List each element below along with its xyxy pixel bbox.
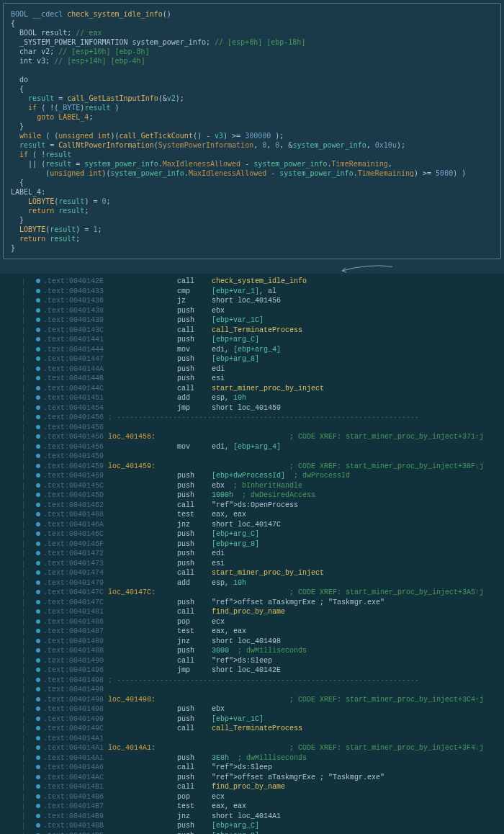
asm-line[interactable]: │.text:004014B7 test eax, eax — [22, 802, 504, 812]
asm-line[interactable]: │.text:0040144A push edi — [22, 364, 504, 375]
asm-line[interactable]: │.text:004014A6 call "ref">ds:Sleep — [22, 763, 504, 773]
asm-line[interactable]: │.text:00401444 mov edi, [ebp+arg_4] — [22, 345, 504, 355]
asm-line[interactable]: │.text:0040143C call call_TerminateProce… — [22, 326, 504, 336]
asm-line[interactable]: │.text:00401487 test eax, eax — [22, 627, 504, 637]
decompiled-code-panel: BOOL __cdecl check_system_idle_info() { … — [3, 3, 501, 259]
asm-line[interactable]: │.text:0040146F push [ebp+arg_8] — [22, 539, 504, 550]
asm-line[interactable]: │.text:00401441 push [ebp+arg_C] — [22, 335, 504, 345]
asm-line[interactable]: │.text:00401498 — [22, 685, 504, 695]
asm-line[interactable]: │.text:004014B9 jnz short loc_4014A1 — [22, 812, 504, 822]
disassembly-panel[interactable]: │.text:0040142E call check_system_idle_i… — [0, 274, 504, 834]
asm-line[interactable]: │.text:004014B1 call find_proc_by_name — [22, 782, 504, 792]
asm-line[interactable]: │.text:00401456 — [22, 423, 504, 433]
decompiled-source[interactable]: BOOL __cdecl check_system_idle_info() { … — [11, 9, 493, 253]
asm-line[interactable]: │.text:00401479 add esp, 10h — [22, 578, 504, 588]
asm-line[interactable]: │.text:00401496 jmp short loc_40142E — [22, 665, 504, 676]
asm-line[interactable]: │.text:00401486 pop ecx — [22, 617, 504, 627]
asm-line[interactable]: │.text:004014BE push [ebp+arg_8] — [22, 831, 504, 835]
asm-line[interactable]: │.text:0040147C push "ref">offset aTaskm… — [22, 598, 504, 608]
asm-line[interactable]: │.text:0040144B push esi — [22, 374, 504, 384]
asm-line[interactable]: │.text:00401459 loc_401459: ; CODE XREF:… — [22, 462, 504, 472]
asm-line[interactable]: │.text:00401472 push edi — [22, 549, 504, 559]
asm-line[interactable]: │.text:0040142E call check_system_idle_i… — [22, 277, 504, 287]
asm-line[interactable]: │.text:004014BB push [ebp+arg_C] — [22, 821, 504, 831]
asm-line[interactable]: │.text:00401433 cmp [ebp+var_1], al — [22, 287, 504, 297]
asm-line[interactable]: │.text:00401468 test eax, eax — [22, 510, 504, 520]
asm-line[interactable]: │.text:00401451 add esp, 10h — [22, 393, 504, 403]
asm-line[interactable]: │.text:0040147C loc_40147C: ; CODE XREF:… — [22, 588, 504, 598]
asm-line[interactable]: │.text:00401456 mov edi, [ebp+arg_4] — [22, 442, 504, 452]
asm-line[interactable]: │.text:00401481 call find_proc_by_name — [22, 607, 504, 617]
asm-line[interactable]: │.text:00401489 jnz short loc_401498 — [22, 637, 504, 647]
asm-line[interactable]: │.text:004014A1 — [22, 734, 504, 744]
asm-line[interactable]: │.text:004014AC push "ref">offset aTaskm… — [22, 773, 504, 783]
asm-line[interactable]: │.text:00401438 push ebx — [22, 306, 504, 316]
asm-line[interactable]: │.text:00401473 push esi — [22, 559, 504, 569]
asm-line[interactable]: │.text:004014A1 push 3E8h ; dwMillisecon… — [22, 753, 504, 763]
asm-line[interactable]: │.text:00401499 push [ebp+var_1C] — [22, 714, 504, 725]
asm-line[interactable]: │.text:00401498 loc_401498: ; CODE XREF:… — [22, 695, 504, 705]
asm-line[interactable]: │.text:00401459 push [ebp+dwProcessId] ;… — [22, 471, 504, 481]
asm-line[interactable]: │.text:0040145D push 1000h ; dwDesiredAc… — [22, 490, 504, 501]
asm-line[interactable]: │.text:00401447 push [ebp+arg_8] — [22, 354, 504, 364]
asm-line[interactable]: │.text:0040146A jnz short loc_40147C — [22, 520, 504, 530]
asm-line[interactable]: │.text:0040148B push 3000 ; dwMillisecon… — [22, 646, 504, 656]
asm-line[interactable]: │.text:00401456 loc_401456: ; CODE XREF:… — [22, 432, 504, 442]
asm-line[interactable]: │.text:0040145C push ebx ; bInheritHandl… — [22, 481, 504, 491]
asm-line[interactable]: │.text:00401436 jz short loc_401456 — [22, 296, 504, 306]
asm-line[interactable]: │.text:0040149C call call_TerminateProce… — [22, 724, 504, 734]
asm-line[interactable]: │.text:004014B6 pop ecx — [22, 792, 504, 802]
asm-line[interactable]: │.text:004014A1 loc_4014A1: ; CODE XREF:… — [22, 743, 504, 753]
asm-line[interactable]: │.text:00401490 call "ref">ds:Sleep — [22, 656, 504, 666]
asm-line[interactable]: │.text:0040146C push [ebp+arg_C] — [22, 529, 504, 539]
asm-line[interactable]: │.text:0040144C call start_miner_proc_by… — [22, 384, 504, 394]
asm-line[interactable]: │.text:00401459 — [22, 452, 504, 462]
asm-line[interactable]: │.text:00401474 call start_miner_proc_by… — [22, 568, 504, 578]
asm-line[interactable]: │.text:00401456 ; ----------------------… — [22, 413, 504, 423]
asm-line[interactable]: │.text:00401462 call "ref">ds:OpenProces… — [22, 501, 504, 511]
asm-line[interactable]: │.text:00401498 push ebx — [22, 704, 504, 714]
asm-line[interactable]: │.text:00401439 push [ebp+var_1C] — [22, 315, 504, 326]
asm-line[interactable]: │.text:00401498 ; ----------------------… — [22, 676, 504, 686]
asm-line[interactable]: │.text:00401454 jmp short loc_401459 — [22, 403, 504, 413]
callout-arrow — [0, 262, 504, 274]
